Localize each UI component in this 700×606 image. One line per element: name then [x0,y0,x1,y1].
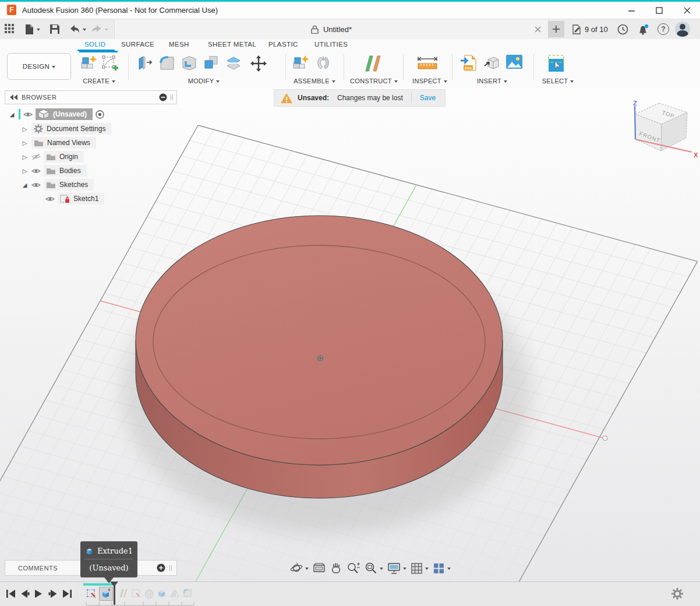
minimize-button[interactable] [619,2,645,19]
browser-node-origin[interactable]: ▷ Origin [21,150,84,163]
panel-drag-handle[interactable] [169,565,172,571]
insert-canvas-button[interactable] [505,54,523,72]
redo-button[interactable] [91,22,108,37]
tab-utilities[interactable]: UTILITIES [314,41,348,48]
timeline-feature-sketch2[interactable] [130,587,143,600]
timeline-feature-plane[interactable] [117,587,130,600]
visibility-eye-icon[interactable] [31,182,41,188]
timeline-feature-mirror[interactable] [168,587,181,600]
combine-button[interactable] [203,54,220,74]
new-component-button[interactable] [80,54,98,74]
fillet-button[interactable] [158,54,176,74]
tab-close-icon[interactable] [535,26,541,33]
view-cube[interactable]: TOP FRONT Z X [632,98,700,163]
browser-node-bodies[interactable]: ▷ Bodies [21,164,87,177]
orbit-button[interactable] [290,562,309,575]
visibility-off-icon[interactable] [31,153,41,160]
save-link[interactable]: Save [420,94,436,102]
close-button[interactable] [674,2,700,19]
tab-solid[interactable]: SOLID [84,41,106,48]
pan-button[interactable] [330,562,342,575]
timeline-feature-extrude2[interactable] [155,587,168,600]
construct-plane-button[interactable] [362,54,383,75]
hide-panel-icon[interactable] [159,93,167,101]
browser-node-document-settings[interactable]: ▷ Document Settings [21,122,111,135]
tab-mesh[interactable]: MESH [169,41,189,48]
assemble-new-component-button[interactable] [292,54,310,74]
viewports-button[interactable] [433,562,451,575]
collapse-panel-icon[interactable] [10,94,18,100]
create-sketch-button[interactable] [101,54,119,74]
insert-mesh-button[interactable] [483,54,501,74]
browser-node-sketch1[interactable]: Sketch1 [45,192,104,205]
group-create[interactable]: CREATE [76,76,122,86]
step-forward-button[interactable] [48,589,58,598]
expanded-arrow-icon[interactable]: ◢ [21,182,29,188]
maximize-button[interactable] [646,2,672,19]
undo-button[interactable] [69,22,86,37]
collapsed-arrow-icon[interactable]: ▷ [21,154,29,160]
add-comment-icon[interactable] [157,563,165,572]
new-tab-button[interactable] [548,21,564,37]
account-avatar[interactable] [675,22,690,37]
collapsed-arrow-icon[interactable]: ▷ [21,126,29,132]
grid-settings-button[interactable] [411,562,429,575]
root-document-item[interactable]: (Unsaved) [36,108,93,120]
group-select[interactable]: SELECT [529,76,587,86]
shell-button[interactable] [181,54,198,74]
redo-icon [91,24,102,34]
group-modify[interactable]: MODIFY [175,76,233,86]
zoom-window-button[interactable] [365,562,383,575]
zoom-button[interactable] [347,562,360,575]
tab-surface[interactable]: SURFACE [121,41,154,48]
expanded-arrow-icon[interactable]: ◢ [8,111,16,118]
timeline-feature-revolve[interactable] [143,587,155,600]
step-back-button[interactable] [20,589,30,598]
app-grid-button[interactable] [5,22,15,37]
workspace-selector-button[interactable]: DESIGN [7,53,71,80]
z-axis-label: Z [633,100,637,107]
activate-radio-icon[interactable] [96,110,104,119]
save-button[interactable] [50,22,60,37]
go-to-start-button[interactable] [6,589,16,598]
collapsed-arrow-icon[interactable]: ▷ [21,168,29,174]
press-pull-button[interactable] [136,54,154,74]
display-settings-button[interactable] [387,562,406,575]
play-button[interactable] [34,589,43,598]
go-to-end-button[interactable] [62,589,72,598]
tab-sheet-metal[interactable]: SHEET METAL [208,41,256,48]
group-assemble[interactable]: ASSEMBLE [285,76,344,86]
cylinder-top-face[interactable] [136,216,503,465]
help-button[interactable]: ? [657,22,669,37]
document-tab[interactable]: Untitled* [114,19,549,39]
collapsed-arrow-icon[interactable]: ▷ [21,140,29,146]
browser-node-named-views[interactable]: ▷ Named Views [21,136,96,149]
panel-drag-handle[interactable] [171,94,173,100]
measure-button[interactable] [416,54,439,75]
group-construct[interactable]: CONSTRUCT [345,76,403,86]
visibility-eye-icon[interactable] [45,196,55,202]
notifications-button[interactable] [638,22,649,37]
select-button[interactable] [546,54,566,75]
timeline-feature-box[interactable] [181,587,194,600]
move-copy-button[interactable] [249,54,268,75]
browser-root-row[interactable]: ◢ (Unsaved) [8,108,104,121]
file-menu-button[interactable] [24,22,40,37]
split-body-button[interactable] [225,54,242,74]
tab-plastic[interactable]: PLASTIC [268,41,298,48]
visibility-eye-icon[interactable] [23,111,33,118]
history-button[interactable] [617,22,628,37]
model-canvas[interactable] [0,88,700,582]
3d-viewport[interactable] [0,88,700,582]
job-status-button[interactable]: 9 of 10 [572,22,608,37]
browser-node-sketches[interactable]: ◢ Sketches [21,178,94,191]
insert-svg-button[interactable]: SVG [460,54,478,74]
joint-button[interactable] [314,54,332,74]
group-insert[interactable]: INSERT [463,76,521,86]
visibility-eye-icon[interactable] [31,168,41,174]
timeline-settings-button[interactable] [671,587,684,600]
group-inspect[interactable]: INSPECT [401,76,459,86]
timeline-feature-sketch1[interactable] [85,587,98,600]
look-at-button[interactable] [313,562,326,574]
browser-panel-header[interactable]: BROWSER [5,90,177,104]
